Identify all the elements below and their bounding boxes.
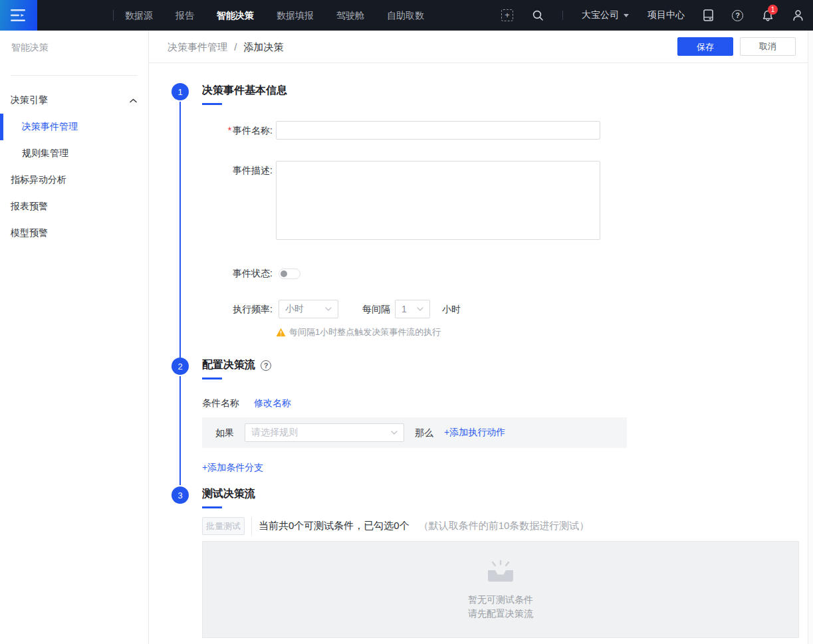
chevron-down-icon bbox=[391, 431, 398, 435]
notification-badge: 1 bbox=[768, 5, 778, 15]
nav-item-report[interactable]: 报告 bbox=[164, 0, 205, 31]
frequency-unit-select[interactable]: 小时 bbox=[279, 300, 338, 318]
warning-icon bbox=[276, 328, 286, 337]
sidebar-item-model-alert[interactable]: 模型预警 bbox=[0, 220, 148, 247]
project-center-link[interactable]: 项目中心 bbox=[647, 9, 685, 21]
chevron-down-icon bbox=[325, 307, 332, 311]
frequency-warning: 每间隔1小时整点触发决策事件流的执行 bbox=[276, 326, 441, 338]
sidebar-item-ruleset-mgmt[interactable]: 规则集管理 bbox=[0, 140, 148, 167]
event-status-label: 事件状态: bbox=[149, 264, 273, 282]
menu-logo-button[interactable] bbox=[0, 0, 37, 31]
toggle-knob bbox=[281, 270, 287, 277]
sidebar-item-metric-anomaly[interactable]: 指标异动分析 bbox=[0, 167, 148, 193]
step-3-circle: 3 bbox=[172, 486, 189, 504]
topbar: 数据源 报告 智能决策 数据填报 驾驶舱 自助取数 + 大宝公司 项目中心 bbox=[0, 0, 813, 31]
interval-value: 1 bbox=[402, 304, 417, 314]
if-label: 如果 bbox=[215, 423, 234, 442]
cancel-button[interactable]: 取消 bbox=[740, 37, 796, 56]
section-3-title: 测试决策流 bbox=[202, 487, 255, 501]
step-2-circle: 2 bbox=[172, 358, 189, 375]
frequency-unit-value: 小时 bbox=[285, 303, 325, 315]
user-avatar-icon[interactable] bbox=[792, 9, 804, 21]
breadcrumb-parent[interactable]: 决策事件管理 bbox=[168, 41, 227, 53]
frequency-label: 执行频率: bbox=[149, 300, 273, 318]
vertical-scrollbar[interactable] bbox=[808, 31, 813, 644]
rule-select-placeholder: 请选择规则 bbox=[251, 427, 391, 439]
then-label: 那么 bbox=[415, 423, 433, 442]
section-2-title: 配置决策流 ? bbox=[202, 358, 271, 372]
batch-test-button[interactable]: 批量测试 bbox=[202, 517, 245, 535]
sidebar-item-decision-event-mgmt[interactable]: 决策事件管理 bbox=[0, 114, 148, 140]
breadcrumb: 决策事件管理 / 添加决策 bbox=[168, 31, 284, 63]
test-hint: （默认取条件的前10条数据进行测试） bbox=[419, 520, 590, 532]
empty-title: 暂无可测试条件 bbox=[468, 593, 533, 607]
company-switcher[interactable]: 大宝公司 bbox=[582, 9, 629, 21]
search-icon[interactable] bbox=[532, 9, 544, 21]
main-area: 决策事件管理 / 添加决策 保存 取消 1 决策事件基本信息 *事件名称: 事件… bbox=[149, 31, 813, 644]
company-name: 大宝公司 bbox=[582, 9, 619, 21]
section-3-underline bbox=[202, 506, 222, 508]
chevron-down-icon bbox=[417, 307, 423, 311]
empty-inbox-icon bbox=[485, 559, 517, 584]
condition-name-row: 条件名称 修改名称 bbox=[202, 397, 291, 409]
topbar-right: + 大宝公司 项目中心 ? bbox=[501, 9, 813, 22]
section-1-title: 决策事件基本信息 bbox=[202, 84, 287, 98]
add-action-link[interactable]: +添加执行动作 bbox=[444, 427, 505, 439]
nav-item-smart-decision[interactable]: 智能决策 bbox=[205, 0, 265, 31]
interval-select[interactable]: 1 bbox=[395, 300, 430, 318]
event-name-input[interactable] bbox=[276, 121, 600, 140]
hamburger-menu-icon bbox=[11, 9, 27, 22]
form-content: 1 决策事件基本信息 *事件名称: 事件描述: 事件状态: bbox=[149, 63, 813, 644]
device-icon[interactable] bbox=[703, 9, 713, 21]
notification-bell-icon[interactable]: 1 bbox=[762, 9, 774, 22]
question-circle-icon[interactable]: ? bbox=[261, 360, 271, 371]
step-connector-2 bbox=[179, 376, 181, 485]
step-connector-1 bbox=[179, 102, 181, 358]
add-branch-link[interactable]: +添加条件分支 bbox=[202, 462, 263, 474]
condition-band: 如果 请选择规则 那么 +添加执行动作 bbox=[202, 417, 627, 448]
empty-test-panel: 暂无可测试条件 请先配置决策流 bbox=[202, 541, 799, 638]
app-window: 数据源 报告 智能决策 数据填报 驾驶舱 自助取数 + 大宝公司 项目中心 bbox=[0, 0, 813, 644]
nav-item-dashboard[interactable]: 驾驶舱 bbox=[325, 0, 376, 31]
event-name-label: *事件名称: bbox=[149, 121, 273, 140]
test-toolbar: 批量测试 当前共0个可测试条件，已勾选0个 （默认取条件的前10条数据进行测试） bbox=[202, 517, 589, 535]
warning-text: 每间隔1小时整点触发决策事件流的执行 bbox=[289, 326, 441, 338]
section-2-underline bbox=[202, 377, 222, 379]
breadcrumb-current: 添加决策 bbox=[244, 41, 284, 53]
empty-subtitle: 请先配置决策流 bbox=[468, 607, 533, 621]
sidebar: 智能决策 决策引擎 决策事件管理 规则集管理 指标异动分析 报表预警 模型预警 bbox=[0, 31, 149, 644]
caret-down-icon bbox=[624, 14, 629, 17]
add-app-icon[interactable]: + bbox=[501, 9, 513, 21]
frequency-suffix: 小时 bbox=[442, 300, 461, 318]
top-nav: 数据源 报告 智能决策 数据填报 驾驶舱 自助取数 bbox=[114, 0, 435, 31]
test-summary: 当前共0个可测试条件，已勾选0个 bbox=[259, 520, 409, 532]
event-status-toggle-off[interactable] bbox=[279, 268, 300, 279]
rule-select[interactable]: 请选择规则 bbox=[245, 423, 404, 442]
condition-name-label: 条件名称 bbox=[202, 397, 239, 409]
help-icon[interactable]: ? bbox=[732, 10, 743, 21]
step-1-circle: 1 bbox=[172, 83, 189, 100]
chevron-up-icon bbox=[130, 98, 137, 103]
sidebar-divider bbox=[11, 75, 138, 76]
active-indicator-bar bbox=[0, 114, 3, 140]
nav-item-data-filling[interactable]: 数据填报 bbox=[265, 0, 325, 31]
sidebar-group-decision-engine[interactable]: 决策引擎 bbox=[0, 87, 148, 114]
rename-link[interactable]: 修改名称 bbox=[254, 397, 291, 409]
sidebar-item-report-alert[interactable]: 报表预警 bbox=[0, 193, 148, 220]
sidebar-title: 智能决策 bbox=[11, 42, 49, 54]
topbar-divider-2 bbox=[562, 11, 563, 20]
required-mark: * bbox=[228, 125, 231, 136]
save-button[interactable]: 保存 bbox=[677, 37, 733, 56]
page-header: 决策事件管理 / 添加决策 保存 取消 bbox=[149, 31, 813, 63]
toolbar-divider bbox=[251, 517, 252, 535]
interval-label: 每间隔 bbox=[362, 300, 390, 318]
event-desc-textarea[interactable] bbox=[276, 161, 600, 240]
breadcrumb-separator: / bbox=[234, 41, 237, 53]
section-1-underline bbox=[202, 103, 222, 105]
nav-item-datasource[interactable]: 数据源 bbox=[114, 0, 164, 31]
event-desc-label: 事件描述: bbox=[149, 161, 273, 179]
nav-item-self-service[interactable]: 自助取数 bbox=[376, 0, 435, 31]
